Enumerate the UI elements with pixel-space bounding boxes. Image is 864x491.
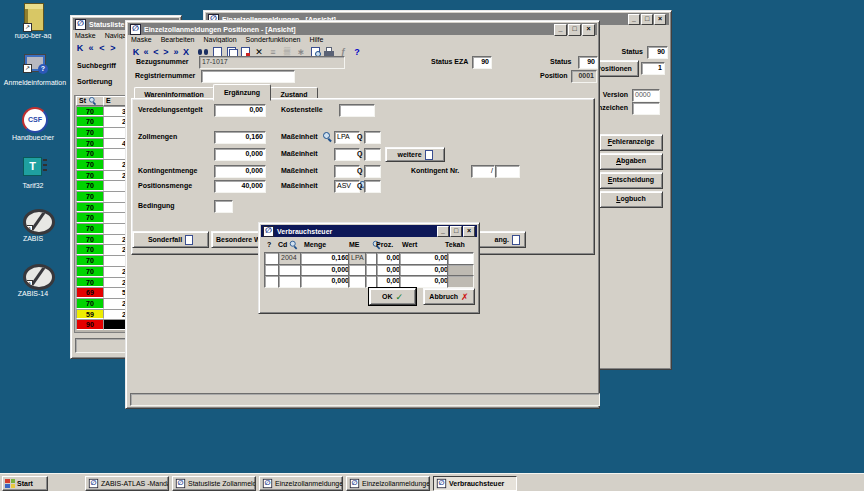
tax-row[interactable]: 0,000 0,00 0,00 — [259, 264, 477, 275]
status-label: Status — [550, 58, 571, 65]
document-icon — [512, 235, 520, 245]
taskbar-item[interactable]: ∅ Einzelzollanmeldungen P... — [346, 476, 430, 491]
titlebar[interactable]: ∅ Einzelzollanmeldungen Positionen - [An… — [128, 23, 597, 35]
status-cell: 70 — [76, 277, 104, 288]
nav-button[interactable]: « — [87, 43, 95, 53]
weitere-button[interactable]: weitere — [385, 147, 445, 162]
taskbar-item[interactable]: ∅ Statusliste Zollanmeldun... — [172, 476, 256, 491]
menu-item[interactable]: Navigation — [203, 36, 236, 43]
nav-toolbar: K«<> — [76, 43, 117, 53]
menu-dots-icon — [43, 159, 47, 172]
desktop-icon-rupo-ber-ag[interactable]: ↗ rupo-ber-ag — [0, 2, 66, 44]
menu-item[interactable]: Hilfe — [309, 36, 323, 43]
column-header-status[interactable]: St — [76, 96, 106, 106]
menu-item[interactable]: Maske — [75, 32, 96, 39]
q-field-2[interactable] — [364, 148, 381, 161]
q-field-3[interactable] — [364, 165, 381, 178]
@[interactable]: Logbuch — [599, 191, 663, 208]
tekah-cell[interactable] — [447, 275, 474, 288]
tax-row[interactable]: 0,000 0,00 0,00 — [259, 275, 477, 286]
menge-cell[interactable]: 0,000 — [300, 275, 352, 288]
app-icon: ∅ — [350, 479, 359, 488]
wert-cell[interactable]: 0,00 — [399, 275, 451, 288]
app-icon: ∅ — [176, 479, 185, 488]
q-field-4[interactable] — [364, 180, 381, 193]
maximize-button[interactable]: □ — [568, 24, 581, 36]
menu-item[interactable]: Maske — [131, 36, 152, 43]
column-header-proz: Proz. — [376, 241, 393, 248]
kostenstelle-field[interactable] — [339, 104, 375, 117]
magnifier-icon[interactable] — [290, 241, 299, 250]
status-field[interactable]: 90 — [578, 56, 598, 69]
minimize-button[interactable]: _ — [554, 24, 567, 36]
kontingentmenge-label: Kontingentmenge — [138, 167, 198, 174]
tax-row[interactable]: 2004 0,160 LPA 0,00 0,00 — [259, 252, 477, 263]
kostenstelle-label: Kostenstelle — [281, 106, 323, 113]
nav-button[interactable]: K — [132, 47, 140, 57]
close-button[interactable]: × — [463, 226, 475, 237]
tab-ergaenzung[interactable]: Ergänzung — [213, 84, 271, 101]
tarif-icon: T — [23, 157, 42, 176]
taskbar-item[interactable]: ∅ ZABIS-ATLAS -Mandant: ... — [85, 476, 169, 491]
kontingent-nr-label: Kontingent Nr. — [411, 167, 459, 174]
position-field[interactable]: 0001 — [571, 70, 597, 83]
positionen-count-field[interactable]: 1 — [641, 62, 665, 75]
status-cell: 90 — [76, 319, 104, 330]
desktop-icon-zabis-14[interactable]: ↗ ZABIS-14 — [0, 262, 66, 302]
zollmengen-field-1[interactable]: 0,160 — [214, 131, 266, 144]
minimize-button[interactable]: _ — [628, 14, 640, 25]
close-button[interactable]: × — [582, 24, 595, 36]
nav-button[interactable]: K — [76, 43, 84, 53]
masseinheit-label-1: Maßeinheit — [281, 133, 318, 140]
maximize-button[interactable]: □ — [641, 14, 653, 25]
version-field[interactable]: 0000 — [632, 89, 660, 102]
nav-button[interactable]: « — [142, 47, 150, 57]
app-icon: ∅ — [263, 226, 274, 237]
taskbar-item[interactable]: ∅ Einzelzollanmeldungen - [... — [259, 476, 343, 491]
nav-button[interactable]: > — [162, 47, 170, 57]
status-cell: 70 — [76, 266, 104, 277]
nav-button[interactable]: > — [109, 43, 117, 53]
taskbar-item[interactable]: ∅ Verbrauchsteuer — [433, 476, 517, 491]
desktop-icon-zabis[interactable]: ↗ ZABIS — [0, 207, 66, 247]
sonderfall-button[interactable]: Sonderfall — [132, 231, 209, 248]
veredelungsentgelt-field[interactable]: 0,00 — [214, 104, 266, 117]
menu-item[interactable]: Bearbeiten — [161, 36, 195, 43]
abbruch-button[interactable]: Abbruch ✗ — [423, 288, 475, 305]
nav-button[interactable]: X — [182, 47, 190, 57]
nav-button[interactable]: » — [172, 47, 180, 57]
menu-item[interactable]: Sonderfunktionen — [246, 36, 301, 43]
bezugsnummer-field[interactable]: 17-1017 — [199, 56, 345, 69]
kontingent-nr-field-2[interactable] — [495, 165, 520, 178]
@[interactable]: Abgaben — [599, 153, 663, 170]
status-cell: 70 — [76, 234, 104, 245]
ok-button[interactable]: OK ✓ — [369, 288, 416, 305]
status-eza-field[interactable]: 90 — [472, 56, 492, 69]
nav-button[interactable]: < — [152, 47, 160, 57]
column-header-q: ? — [267, 241, 271, 248]
minimize-button[interactable]: _ — [437, 226, 449, 237]
kontingentmenge-field[interactable]: 0,000 — [214, 165, 266, 178]
desktop-icon-tarif32[interactable]: T Tarif32 — [0, 156, 66, 194]
zabis-logo-icon: ↗ — [23, 209, 55, 235]
@[interactable]: Entscheidung — [599, 172, 663, 189]
help-icon[interactable]: ? — [351, 46, 363, 58]
maximize-button[interactable]: □ — [450, 226, 462, 237]
@[interactable]: Fehleranzeige — [599, 134, 663, 151]
status-field[interactable]: 90 — [647, 46, 668, 59]
question-badge-icon: ? — [38, 64, 48, 74]
nav-button[interactable]: < — [98, 43, 106, 53]
desktop-icon-anmeldeinformation[interactable]: ↗ ? Anmeldeinformation — [0, 53, 70, 95]
kennzeichen-field[interactable] — [632, 102, 660, 115]
magnifier-icon[interactable] — [323, 132, 333, 142]
positionsmenge-field[interactable]: 40,000 — [214, 180, 266, 193]
q-field-1[interactable] — [364, 131, 381, 144]
bedingung-field[interactable] — [214, 200, 233, 213]
close-button[interactable]: × — [654, 14, 666, 25]
status-cell: 70 — [76, 138, 104, 149]
desktop-icon-handbuecher[interactable]: CSF Handbuecher — [0, 106, 66, 146]
zollmengen-field-2[interactable]: 0,000 — [214, 148, 266, 161]
start-button[interactable]: Start — [2, 476, 48, 491]
app-icon: ∅ — [263, 479, 272, 488]
registriernummer-field[interactable] — [201, 70, 295, 83]
